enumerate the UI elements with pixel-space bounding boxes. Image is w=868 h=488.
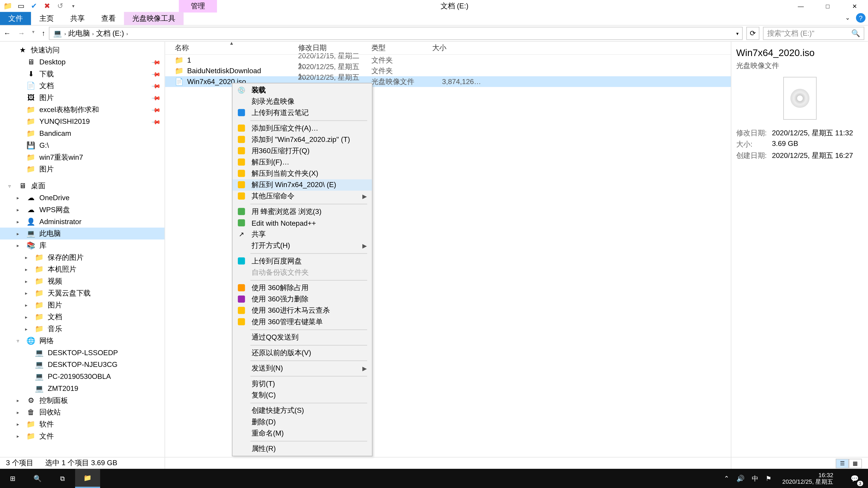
crumb-drive[interactable]: 文档 (E:) [96, 28, 124, 38]
address-dropdown-icon[interactable]: ▾ [736, 31, 739, 36]
tree-item[interactable]: ▸📁软件 [0, 418, 164, 430]
tree-item[interactable]: ▸📁本机照片 [0, 263, 164, 275]
expand-icon[interactable]: ▸ [25, 255, 31, 260]
crumb-sep-icon[interactable]: › [64, 31, 66, 36]
tree-item[interactable]: ▸🗑回收站 [0, 406, 164, 418]
expand-icon[interactable]: ▸ [17, 398, 23, 403]
menu-item[interactable]: 创建快捷方式(S) [232, 405, 372, 416]
qat-delete-icon[interactable]: ✖ [43, 2, 51, 10]
start-button[interactable]: ⊞ [0, 469, 25, 488]
tree-item[interactable]: ▸💻此电脑 [0, 228, 164, 239]
tree-item[interactable]: 🖥Desktop📌 [0, 56, 164, 68]
menu-item[interactable]: Edit with Notepad++ [232, 218, 372, 229]
expand-icon[interactable]: ▸ [17, 433, 23, 439]
expand-icon[interactable]: ▸ [25, 279, 31, 284]
menu-item[interactable]: 重命名(M) [232, 428, 372, 439]
crumb-this-pc[interactable]: 此电脑 [68, 28, 90, 38]
tab-view[interactable]: 查看 [93, 12, 124, 25]
menu-item[interactable]: 💿装载 [232, 85, 372, 96]
menu-item[interactable]: 用360压缩打开(Q) [232, 145, 372, 157]
crumb-sep-icon[interactable]: › [126, 31, 128, 36]
ime-indicator[interactable]: 中 [752, 474, 758, 483]
tree-item[interactable]: ▸📁天翼云盘下载 [0, 287, 164, 299]
tree-item[interactable]: 💾G:\ [0, 139, 164, 151]
tree-item[interactable]: 📁win7重装win7 [0, 151, 164, 163]
minimize-button[interactable]: — [787, 0, 814, 12]
expand-icon[interactable]: ▸ [17, 219, 23, 224]
file-row[interactable]: 📁BaiduNetdiskDownload2020/12/25, 星期五 1…文… [165, 66, 731, 76]
expand-icon[interactable]: ▸ [25, 291, 31, 296]
back-button[interactable]: ← [4, 29, 11, 37]
recent
-dropdown-icon[interactable]: ▾ [32, 29, 35, 37]
refresh-button[interactable]: ⟳ [746, 27, 760, 40]
tree-item[interactable]: ▸📁文档 [0, 311, 164, 323]
tree-item[interactable]: 📄文档📌 [0, 80, 164, 92]
tree-item[interactable]: ▸📁音乐 [0, 323, 164, 335]
expand-icon[interactable]: ▸ [25, 314, 31, 320]
search-input[interactable]: 搜索"文档 (E:)" 🔍 [763, 27, 864, 40]
tree-item[interactable]: 💻PC-20190530OBLA [0, 370, 164, 383]
qat-dropdown-icon[interactable]: ▾ [69, 2, 78, 10]
menu-item[interactable]: 上传到有道云笔记 [232, 107, 372, 119]
close-button[interactable]: ✕ [841, 0, 868, 12]
expand-icon[interactable]: ▸ [17, 207, 23, 213]
search-icon[interactable]: 🔍 [851, 29, 860, 37]
expand-icon[interactable]: ▸ [17, 231, 23, 236]
tree-item[interactable]: ★快速访问 [0, 44, 164, 56]
expand-icon[interactable]: ▸ [25, 302, 31, 308]
task-view-button[interactable]: ⧉ [50, 469, 75, 488]
expand-icon[interactable]: ▸ [17, 243, 23, 248]
tree-item[interactable]: ▸📁保存的图片 [0, 252, 164, 263]
tree-item[interactable]: 📁YUNQISHI2019📌 [0, 116, 164, 128]
menu-item[interactable]: 上传到百度网盘 [232, 256, 372, 267]
menu-item[interactable]: 添加到 "Win7x64_2020.zip" (T) [232, 134, 372, 145]
menu-item[interactable]: 使用 360进行木马云查杀 [232, 305, 372, 316]
up-button[interactable]: ↑ [42, 29, 45, 37]
tree-item[interactable]: ▸📁文件 [0, 430, 164, 442]
menu-item[interactable]: 使用 360强力删除 [232, 294, 372, 305]
menu-item[interactable]: 使用 360解除占用 [232, 283, 372, 294]
forward-button[interactable]: → [18, 29, 25, 37]
expand-icon[interactable]: ▸ [17, 422, 23, 427]
notification-button[interactable]: 💬3 [844, 469, 866, 488]
tree-item[interactable]: ⬇下载📌 [0, 68, 164, 80]
tree-item[interactable]: ▿🌐网络 [0, 335, 164, 347]
menu-item[interactable]: 刻录光盘映像 [232, 96, 372, 107]
tray-app-icon[interactable]: ⚑ [766, 475, 772, 482]
tree-item[interactable]: ▸📚库 [0, 239, 164, 252]
taskbar[interactable]: ⊞ 🔍 ⧉ 📁 ⌃ 🔊 中 ⚑ 16:32 2020/12/25, 星期五 💬3 [0, 469, 868, 488]
qat-undo-icon[interactable]: ↺ [56, 2, 64, 10]
tree-item[interactable]: 💻ZMT2019 [0, 383, 164, 394]
qat-properties-icon[interactable]: ▭ [17, 2, 25, 10]
explorer-taskbar-button[interactable]: 📁 [75, 469, 100, 488]
col-type[interactable]: 类型 [371, 43, 432, 53]
tree-item[interactable]: 📁Bandicam [0, 127, 164, 139]
expand-icon[interactable]: ▿ [17, 338, 23, 344]
tab-file[interactable]: 文件 [0, 12, 31, 25]
menu-item[interactable]: 解压到当前文件夹(X) [232, 168, 372, 180]
menu-item[interactable]: 解压到(F)… [232, 157, 372, 168]
tray-overflow-icon[interactable]: ⌃ [724, 475, 729, 482]
menu-item[interactable]: 删除(D) [232, 416, 372, 428]
tree-item[interactable]: ▸☁OneDrive [0, 192, 164, 204]
tree-item[interactable]: ▸📁视频 [0, 275, 164, 287]
file-row[interactable]: 📁12020/12/15, 星期二 1…文件夹 [165, 55, 731, 66]
view-details-button[interactable]: ☰ [836, 458, 849, 468]
tree-item[interactable]: 💻DESKTOP-LSSOEDP [0, 347, 164, 359]
maximize-button[interactable]: □ [814, 0, 841, 12]
tree-item[interactable]: 📁图片 [0, 163, 164, 175]
view-large-button[interactable]: ▦ [849, 458, 862, 468]
expand-icon[interactable]: ▿ [8, 183, 14, 189]
menu-item[interactable]: 其他压缩命令▶ [232, 191, 372, 202]
clock[interactable]: 16:32 2020/12/25, 星期五 [779, 472, 837, 485]
col-size[interactable]: 大小 [432, 43, 486, 53]
expand-icon[interactable]: ▸ [17, 195, 23, 201]
tab-home[interactable]: 主页 [31, 12, 62, 25]
expand-icon[interactable]: ▸ [17, 410, 23, 415]
volume-icon[interactable]: 🔊 [737, 475, 745, 482]
menu-item[interactable]: 使用 360管理右键菜单 [232, 316, 372, 328]
navigation-tree[interactable]: ★快速访问🖥Desktop📌⬇下载📌📄文档📌🖼图片📌📁excel表格制作求和📌📁… [0, 42, 165, 471]
tree-item[interactable]: 💻DESKTOP-NJEU3CG [0, 359, 164, 370]
menu-item[interactable]: 发送到(N)▶ [232, 363, 372, 374]
context-menu[interactable]: 💿装载刻录光盘映像上传到有道云笔记添加到压缩文件(A)…添加到 "Win7x64… [232, 83, 373, 456]
